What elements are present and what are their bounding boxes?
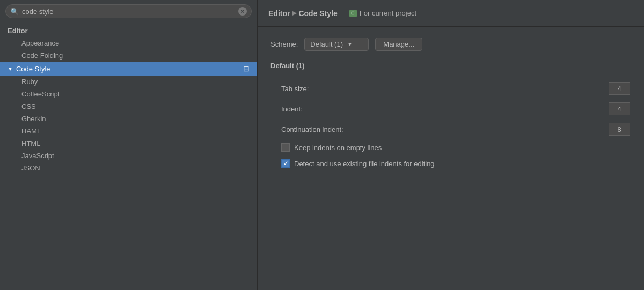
tree-area: Editor Appearance Code Folding ▼ Code St… (0, 23, 257, 290)
tree-expand-arrow: ▼ (8, 66, 13, 72)
main-panel: Editor ▶ Code Style ⊟ For current projec… (258, 0, 644, 290)
sidebar-item-appearance[interactable]: Appearance (0, 37, 257, 49)
section-title: Default (1) (270, 62, 631, 70)
sidebar-item-html[interactable]: HTML (0, 137, 257, 150)
panel-content: Scheme: Default (1) ▼ Manage... Default … (258, 27, 644, 290)
settings-grid: Tab size: 4 Indent: 4 Continuation inden… (270, 78, 631, 172)
breadcrumb-separator: ▶ (292, 10, 296, 17)
scheme-value: Default (1) (310, 40, 343, 48)
detect-indents-checkbox[interactable] (281, 159, 290, 168)
breadcrumb-code-style: Code Style (298, 9, 337, 18)
tree-section-editor: Editor (0, 25, 257, 37)
detect-indents-label: Detect and use existing file indents for… (294, 160, 435, 168)
keep-indents-checkbox[interactable] (281, 143, 290, 152)
search-clear-button[interactable]: × (238, 7, 247, 16)
continuation-indent-label: Continuation indent: (281, 125, 609, 133)
sidebar-item-ruby[interactable]: Ruby (0, 76, 257, 88)
project-scope-label: For current project (360, 9, 416, 17)
scheme-label: Scheme: (270, 40, 298, 48)
sidebar-item-code-style[interactable]: ▼ Code Style ⊟ (0, 62, 257, 76)
setting-row-continuation-indent: Continuation indent: 8 (270, 119, 631, 139)
setting-row-indent: Indent: 4 (270, 99, 631, 119)
sidebar-item-css[interactable]: CSS (0, 100, 257, 113)
sidebar: 🔍 × Editor Appearance Code Folding ▼ Cod… (0, 0, 258, 290)
tab-size-value[interactable]: 4 (609, 82, 630, 95)
sidebar-item-haml[interactable]: HAML (0, 125, 257, 137)
indent-value[interactable]: 4 (609, 102, 630, 115)
scheme-dropdown-arrow: ▼ (347, 41, 353, 47)
manage-button[interactable]: Manage... (375, 38, 422, 51)
scheme-row: Scheme: Default (1) ▼ Manage... (270, 38, 631, 51)
copy-icon: ⊟ (243, 64, 250, 73)
search-bar: 🔍 × (0, 0, 257, 23)
search-input[interactable] (22, 8, 235, 16)
tab-size-label: Tab size: (281, 85, 609, 93)
search-icon: 🔍 (10, 8, 19, 16)
continuation-indent-value[interactable]: 8 (609, 123, 630, 136)
sidebar-item-javascript[interactable]: JavaScript (0, 150, 257, 162)
panel-header: Editor ▶ Code Style ⊟ For current projec… (258, 0, 644, 27)
project-scope[interactable]: ⊟ For current project (349, 9, 416, 17)
project-scope-icon: ⊟ (349, 10, 357, 17)
sidebar-item-coffeescript[interactable]: CoffeeScript (0, 88, 257, 100)
keep-indents-label: Keep indents on empty lines (294, 144, 382, 152)
search-wrapper: 🔍 × (5, 4, 252, 18)
breadcrumb-editor: Editor (268, 9, 290, 18)
sidebar-item-gherkin[interactable]: Gherkin (0, 113, 257, 125)
setting-row-tab-size: Tab size: 4 (270, 78, 631, 99)
indent-label: Indent: (281, 105, 609, 113)
sidebar-item-json[interactable]: JSON (0, 162, 257, 174)
breadcrumb: Editor ▶ Code Style (268, 9, 338, 18)
sidebar-item-code-folding[interactable]: Code Folding (0, 49, 257, 62)
scheme-dropdown[interactable]: Default (1) ▼ (304, 38, 369, 51)
detect-indents-row[interactable]: Detect and use existing file indents for… (270, 155, 631, 172)
keep-indents-row[interactable]: Keep indents on empty lines (270, 139, 631, 155)
